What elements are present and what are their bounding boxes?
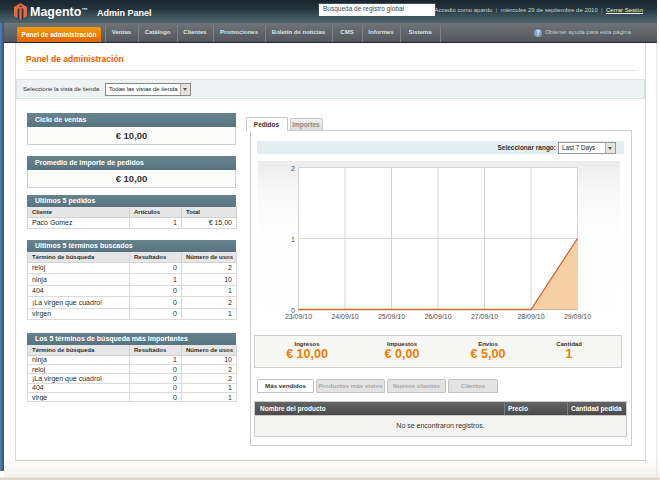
svg-text:29/09/10: 29/09/10	[564, 313, 591, 320]
svg-text:27/09/10: 27/09/10	[471, 313, 498, 320]
svg-text:24/09/10: 24/09/10	[331, 313, 358, 320]
svg-text:23/09/10: 23/09/10	[285, 313, 312, 320]
svg-text:26/09/10: 26/09/10	[424, 313, 451, 320]
svg-text:2: 2	[291, 165, 295, 172]
svg-text:1: 1	[291, 236, 295, 243]
svg-text:28/09/10: 28/09/10	[517, 313, 544, 320]
svg-text:25/09/10: 25/09/10	[378, 313, 405, 320]
